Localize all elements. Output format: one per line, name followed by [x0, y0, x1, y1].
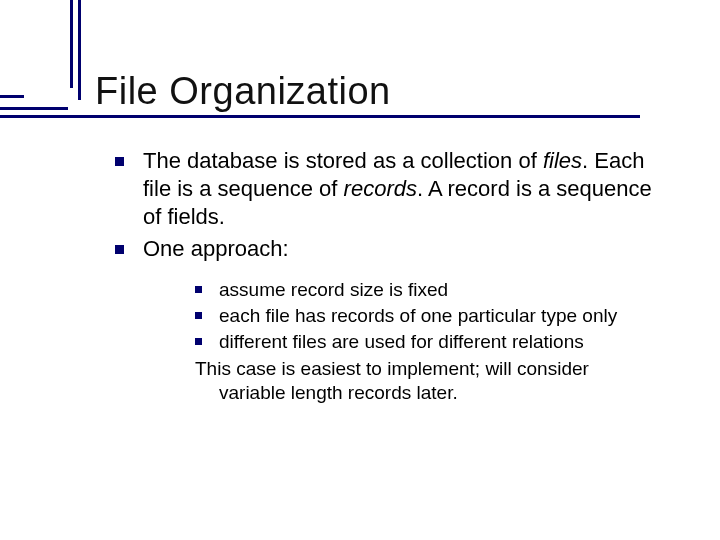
tail-line: This case is easiest to implement; will … — [195, 358, 589, 379]
slide-body: The database is stored as a collection o… — [95, 147, 660, 405]
bullet-item: The database is stored as a collection o… — [115, 147, 660, 231]
sub-bullet-text: different files are used for different r… — [219, 331, 584, 352]
sub-bullet-item: each file has records of one particular … — [195, 304, 660, 328]
accent-line — [0, 107, 68, 110]
accent-line — [0, 115, 640, 118]
italic-term: files — [543, 148, 582, 173]
bullet-item: One approach: assume record size is fixe… — [115, 235, 660, 405]
fixed-term: fixed — [408, 279, 448, 300]
slide: File Organization The database is stored… — [0, 0, 720, 540]
sub-tail-text: This case is easiest to implement; will … — [195, 357, 660, 406]
sub-bullet-list: assume record size is fixed each file ha… — [143, 278, 660, 406]
accent-line-vertical — [70, 0, 73, 88]
tail-line: variable length records later. — [195, 381, 660, 405]
accent-line-vertical — [78, 0, 81, 100]
sub-bullet-item: different files are used for different r… — [195, 330, 660, 354]
sub-bullet-text: assume record size is — [219, 279, 408, 300]
bullet-list: The database is stored as a collection o… — [115, 147, 660, 405]
bullet-text: The database is stored as a collection o… — [143, 148, 543, 173]
sub-bullet-item: assume record size is fixed — [195, 278, 660, 302]
sub-bullet-text: each file has records of one particular … — [219, 305, 617, 326]
italic-term: records — [344, 176, 417, 201]
slide-title: File Organization — [95, 70, 660, 113]
accent-line — [0, 95, 24, 98]
bullet-text: One approach: — [143, 236, 289, 261]
